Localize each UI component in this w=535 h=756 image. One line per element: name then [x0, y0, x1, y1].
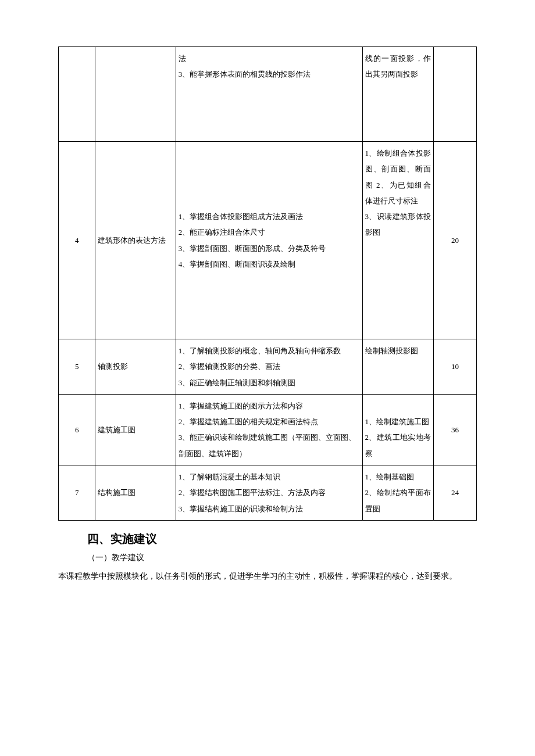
cell-goals: 1、掌握组合体投影图组成方法及画法2、能正确标注组合体尺寸3、掌握剖面图、断面图… — [176, 142, 362, 339]
cell-topic: 建筑施工图 — [95, 394, 176, 465]
table-row: 7 结构施工图 1、了解钢筋混凝土的基本知识2、掌握结构图施工图平法标注、方法及… — [59, 465, 477, 521]
cell-tasks: 线的一面投影，作出其另两面投影 — [362, 47, 433, 142]
table-row: 6 建筑施工图 1、掌握建筑施工图的图示方法和内容2、掌握建筑施工图的相关规定和… — [59, 394, 477, 465]
cell-tasks: 1、绘制基础图2、绘制结构平面布置图 — [362, 465, 433, 521]
cell-hours: 10 — [433, 339, 476, 395]
table-row: 5 轴测投影 1、了解轴测投影的概念、轴间角及轴向伸缩系数2、掌握轴测投影的分类… — [59, 339, 477, 395]
cell-goals: 1、了解轴测投影的概念、轴间角及轴向伸缩系数2、掌握轴测投影的分类、画法3、能正… — [176, 339, 362, 395]
section-heading: 四、实施建议 — [87, 531, 477, 547]
cell-topic: 结构施工图 — [95, 465, 176, 521]
cell-topic: 轴测投影 — [95, 339, 176, 395]
cell-tasks: 绘制轴测投影图 — [362, 339, 433, 395]
table-row: 4 建筑形体的表达方法 1、掌握组合体投影图组成方法及画法2、能正确标注组合体尺… — [59, 142, 477, 339]
cell-goals: 1、了解钢筋混凝土的基本知识2、掌握结构图施工图平法标注、方法及内容3、掌握结构… — [176, 465, 362, 521]
cell-hours: 20 — [433, 142, 476, 339]
cell-index: 5 — [59, 339, 95, 395]
cell-index: 7 — [59, 465, 95, 521]
cell-hours — [433, 47, 476, 142]
cell-tasks: 1、绘制建筑施工图2、建筑工地实地考察 — [362, 394, 433, 465]
cell-topic: 建筑形体的表达方法 — [95, 142, 176, 339]
cell-index — [59, 47, 95, 142]
cell-index: 6 — [59, 394, 95, 465]
paragraph: 本课程教学中按照模块化，以任务引领的形式，促进学生学习的主动性，积极性，掌握课程… — [58, 569, 477, 583]
cell-topic — [95, 47, 176, 142]
subheading: （一）教学建议 — [87, 553, 477, 563]
table-row: 法3、能掌握形体表面的相贯线的投影作法 线的一面投影，作出其另两面投影 — [59, 47, 477, 142]
cell-hours: 24 — [433, 465, 476, 521]
cell-goals: 1、掌握建筑施工图的图示方法和内容2、掌握建筑施工图的相关规定和画法特点3、能正… — [176, 394, 362, 465]
curriculum-table: 法3、能掌握形体表面的相贯线的投影作法 线的一面投影，作出其另两面投影 4 建筑… — [58, 46, 477, 521]
cell-goals: 法3、能掌握形体表面的相贯线的投影作法 — [176, 47, 362, 142]
cell-hours: 36 — [433, 394, 476, 465]
cell-tasks: 1、绘制组合体投影图、剖面图、断面图 2、为已知组合体进行尺寸标注3、识读建筑形… — [362, 142, 433, 339]
cell-index: 4 — [59, 142, 95, 339]
